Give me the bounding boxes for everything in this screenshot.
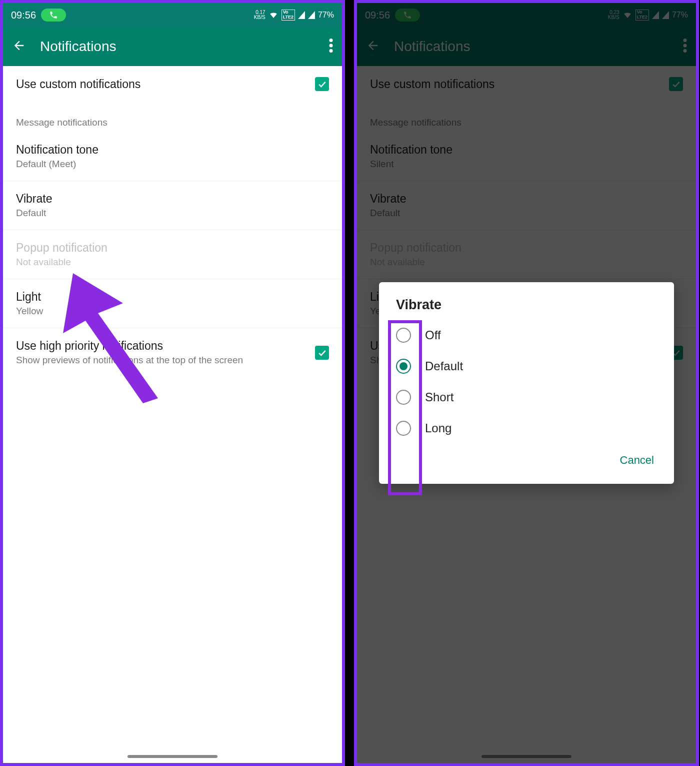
- custom-checkbox[interactable]: [315, 77, 329, 91]
- row-high-priority[interactable]: Use high priority notifications Show pre…: [3, 328, 342, 377]
- vibrate-dialog: Vibrate Off Default Short Long Cancel: [379, 282, 674, 484]
- row-custom-notifications[interactable]: Use custom notifications: [3, 66, 342, 102]
- option-off[interactable]: Off: [379, 320, 674, 351]
- row-popup: Popup notification Not available: [3, 230, 342, 279]
- vibrate-value: Default: [16, 208, 329, 219]
- hp-sub: Show previews of notifications at the to…: [16, 355, 307, 366]
- vibrate-title: Vibrate: [16, 192, 329, 206]
- row-vibrate[interactable]: Vibrate Default: [3, 181, 342, 230]
- hp-title: Use high priority notifications: [16, 339, 307, 353]
- page-title: Notifications: [40, 39, 315, 55]
- signal-icon-1: [298, 11, 305, 19]
- svg-point-0: [330, 39, 333, 42]
- nav-pill[interactable]: [128, 755, 218, 758]
- signal-icon-2: [308, 11, 315, 19]
- cancel-button[interactable]: Cancel: [614, 449, 660, 472]
- svg-point-1: [330, 44, 333, 48]
- tone-value: Default (Meet): [16, 159, 329, 170]
- row-notification-tone[interactable]: Notification tone Default (Meet): [3, 132, 342, 181]
- app-bar: Notifications: [3, 27, 342, 66]
- option-label: Long: [425, 421, 452, 435]
- screenshot-left: 09:56 0.17KB/S VoLTE2 77% Notifications …: [0, 0, 345, 766]
- section-header-messages: Message notifications: [3, 102, 342, 132]
- back-icon[interactable]: [12, 39, 26, 55]
- option-short[interactable]: Short: [379, 382, 674, 413]
- option-label: Short: [425, 390, 454, 404]
- radio-off[interactable]: [396, 328, 411, 343]
- radio-default[interactable]: [396, 359, 411, 374]
- data-rate: 0.17KB/S: [254, 10, 266, 20]
- battery-percent: 77%: [318, 11, 334, 20]
- option-label: Off: [425, 328, 441, 342]
- status-time: 09:56: [11, 10, 36, 21]
- option-long[interactable]: Long: [379, 413, 674, 444]
- screenshot-right: 09:56 0.23KB/S VoLTE2 77% Notifications …: [354, 0, 699, 766]
- modal-overlay[interactable]: Vibrate Off Default Short Long Cancel: [357, 3, 696, 763]
- overflow-menu-icon[interactable]: [329, 39, 333, 55]
- light-title: Light: [16, 290, 329, 304]
- popup-title: Popup notification: [16, 241, 329, 255]
- popup-value: Not available: [16, 257, 329, 268]
- light-value: Yellow: [16, 306, 329, 317]
- status-bar: 09:56 0.17KB/S VoLTE2 77%: [3, 3, 342, 27]
- svg-point-2: [330, 49, 333, 53]
- radio-long[interactable]: [396, 421, 411, 436]
- wifi-icon: [268, 11, 278, 20]
- lte-badge: VoLTE2: [282, 10, 295, 21]
- custom-label: Use custom notifications: [16, 78, 307, 91]
- option-default[interactable]: Default: [379, 351, 674, 382]
- ongoing-call-pill[interactable]: [41, 9, 66, 22]
- dialog-title: Vibrate: [379, 297, 674, 320]
- hp-checkbox[interactable]: [315, 346, 329, 360]
- tone-title: Notification tone: [16, 143, 329, 157]
- row-light[interactable]: Light Yellow: [3, 279, 342, 328]
- radio-short[interactable]: [396, 390, 411, 405]
- option-label: Default: [425, 359, 463, 373]
